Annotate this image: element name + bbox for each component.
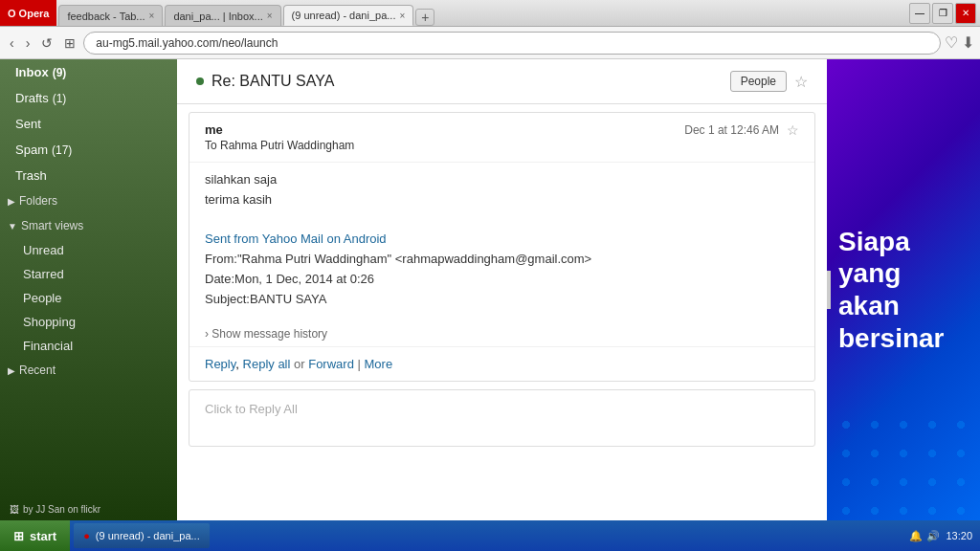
- bookmark-icon[interactable]: ♡: [945, 33, 958, 52]
- ad-toggle[interactable]: ›: [827, 271, 831, 309]
- message-meta: Dec 1 at 12:46 AM ☆: [684, 122, 799, 138]
- sidebar-item-inbox[interactable]: Inbox (9): [0, 59, 177, 85]
- tab-2-label: dani_pa... | Inbox...: [173, 11, 262, 22]
- browser-titlebar: O Opera feedback - Tab... × dani_pa... |…: [0, 0, 980, 27]
- sidebar-item-spam[interactable]: Spam (17): [0, 137, 177, 163]
- home-button[interactable]: ⊞: [60, 33, 79, 53]
- taskbar-time: 13:20: [946, 530, 972, 541]
- folders-label: Folders: [19, 194, 57, 208]
- sidebar-item-sent[interactable]: Sent: [0, 111, 177, 137]
- smart-views-section[interactable]: ▼ Smart views: [0, 213, 177, 238]
- ad-decoration: [827, 406, 980, 520]
- restore-button[interactable]: ❐: [932, 3, 953, 24]
- forward-button[interactable]: ›: [22, 33, 34, 53]
- message-body: silahkan saja terima kasih Sent from Yah…: [189, 162, 814, 321]
- from-line: From:"Rahma Putri Waddingham" <rahmapwad…: [205, 252, 591, 266]
- sidebar-item-drafts[interactable]: Drafts (1): [0, 85, 177, 111]
- refresh-button[interactable]: ↺: [37, 33, 56, 53]
- address-input[interactable]: [83, 32, 941, 55]
- opera-logo[interactable]: O Opera: [0, 0, 56, 26]
- download-icon[interactable]: ⬇: [962, 33, 974, 52]
- main-layout: Inbox (9) Drafts (1) Sent Spam (17) Tras…: [0, 59, 980, 520]
- tab-3-label: (9 unread) - dani_pa...: [292, 10, 396, 21]
- drafts-count: (1): [53, 92, 67, 105]
- subject-line: Subject:BANTU SAYA: [205, 292, 326, 306]
- back-button[interactable]: ‹: [6, 33, 18, 53]
- recent-section[interactable]: ▶ Recent: [0, 358, 177, 383]
- message-sender: me: [205, 122, 354, 137]
- sidebar-item-unread[interactable]: Unread: [0, 238, 177, 262]
- message-sender-area: me To Rahma Putri Waddingham: [205, 122, 354, 152]
- star-button[interactable]: ☆: [794, 73, 808, 91]
- to-value: Rahma Putri Waddingham: [220, 139, 354, 152]
- folders-section[interactable]: ▶ Folders: [0, 188, 177, 213]
- message-date: Dec 1 at 12:46 AM: [684, 123, 779, 137]
- tab-3[interactable]: (9 unread) - dani_pa... ×: [283, 5, 414, 26]
- taskbar-icon-2: 🔊: [926, 530, 940, 542]
- inbox-label: Inbox: [15, 65, 49, 79]
- sent-label: Sent: [15, 117, 41, 131]
- financial-label: Financial: [23, 339, 73, 353]
- tab-1-label: feedback - Tab...: [67, 11, 145, 22]
- taskbar-right: 🔔 🔊 13:20: [909, 530, 980, 542]
- unread-indicator: [196, 77, 204, 85]
- reply-actions: Reply, Reply all or Forward | More: [189, 346, 814, 381]
- body-line1: silahkan saja: [205, 170, 799, 190]
- sidebar-content: Inbox (9) Drafts (1) Sent Spam (17) Tras…: [0, 59, 177, 498]
- ad-area: › Siapa yang akan bersinar: [827, 59, 980, 520]
- minimize-button[interactable]: —: [909, 3, 930, 24]
- ad-line4: bersinar: [838, 322, 969, 355]
- forward-link[interactable]: Forward: [308, 357, 354, 371]
- inbox-count: (9): [53, 66, 67, 79]
- opera-label: O Opera: [8, 8, 49, 19]
- date-line: Date:Mon, 1 Dec, 2014 at 0:26: [205, 272, 374, 286]
- email-messages: me To Rahma Putri Waddingham Dec 1 at 12…: [177, 104, 827, 520]
- sidebar-item-people[interactable]: People: [0, 286, 177, 310]
- tab-2-close[interactable]: ×: [267, 11, 273, 21]
- sidebar-footer: 🖼 by JJ San on flickr: [0, 498, 177, 520]
- to-label: To: [205, 139, 217, 152]
- trash-label: Trash: [15, 168, 47, 183]
- start-label: start: [30, 529, 56, 543]
- sent-link[interactable]: Sent from Yahoo Mail on Android: [205, 231, 387, 246]
- or-sep: or: [294, 357, 308, 371]
- shopping-label: Shopping: [23, 315, 76, 329]
- tab-1[interactable]: feedback - Tab... ×: [58, 5, 163, 26]
- taskbar-opera-icon: ●: [83, 530, 90, 541]
- taskbar-icons: 🔔 🔊: [909, 530, 940, 542]
- reply-box[interactable]: Click to Reply All: [189, 389, 815, 447]
- close-button[interactable]: ✕: [955, 3, 976, 24]
- message-star-icon[interactable]: ☆: [787, 122, 799, 138]
- photo-icon: 🖼: [10, 504, 19, 515]
- message-header: me To Rahma Putri Waddingham Dec 1 at 12…: [189, 113, 814, 162]
- windows-icon: ⊞: [13, 529, 24, 543]
- starred-label: Starred: [23, 267, 64, 281]
- start-button[interactable]: ⊞ start: [0, 520, 70, 551]
- sidebar-item-financial[interactable]: Financial: [0, 334, 177, 358]
- drafts-label: Drafts: [15, 91, 49, 105]
- taskbar-task[interactable]: ● (9 unread) - dani_pa...: [74, 523, 210, 548]
- ad-line2: yang: [838, 257, 969, 290]
- window-controls: — ❐ ✕: [907, 3, 980, 24]
- recent-arrow: ▶: [8, 365, 15, 376]
- spam-label: Spam: [15, 143, 48, 157]
- sidebar-item-trash[interactable]: Trash: [0, 163, 177, 188]
- sidebar-item-shopping[interactable]: Shopping: [0, 310, 177, 334]
- footer-text: by JJ San on flickr: [23, 504, 100, 515]
- folders-arrow: ▶: [8, 196, 15, 207]
- ad-text: Siapa yang akan bersinar: [838, 226, 969, 354]
- reply-all-link[interactable]: Reply all: [243, 357, 291, 371]
- people-button[interactable]: People: [730, 71, 787, 92]
- recent-label: Recent: [19, 364, 56, 377]
- show-history-toggle[interactable]: › Show message history: [189, 321, 814, 346]
- tab-2[interactable]: dani_pa... | Inbox... ×: [165, 5, 280, 26]
- tab-3-close[interactable]: ×: [399, 11, 405, 21]
- thread-actions: People ☆: [730, 71, 808, 92]
- reply-link[interactable]: Reply: [205, 357, 235, 371]
- sidebar-item-starred[interactable]: Starred: [0, 262, 177, 286]
- reply-placeholder: Click to Reply All: [205, 402, 298, 416]
- email-thread-header: Re: BANTU SAYA People ☆: [177, 59, 827, 104]
- tab-1-close[interactable]: ×: [149, 11, 155, 21]
- new-tab-button[interactable]: +: [415, 9, 434, 26]
- more-link[interactable]: More: [365, 357, 393, 371]
